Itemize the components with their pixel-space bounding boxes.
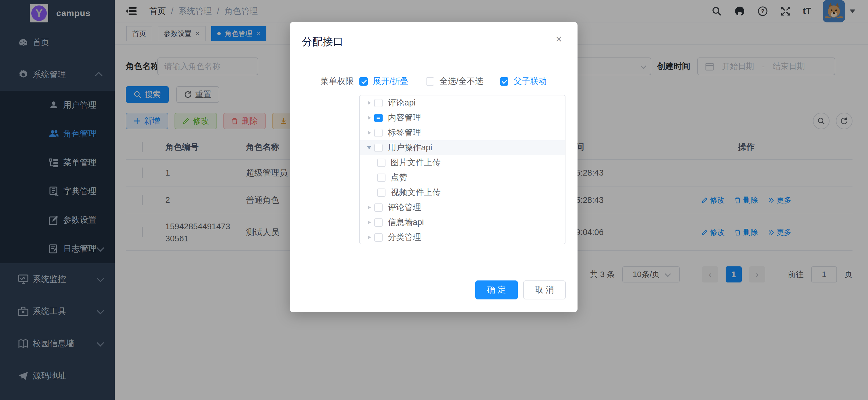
close-icon[interactable]: × [556,34,562,45]
tree-node[interactable]: 评论管理 [360,200,565,215]
api-permission-tree: 评论api 内容管理 标签管理 用户操作api 图片文件上传 [360,95,565,244]
tree-node[interactable]: 内容管理 [360,110,565,125]
menu-permission-label: 菜单权限 [320,76,353,87]
tree-checkbox[interactable] [377,189,385,197]
tree-node-child[interactable]: 点赞 [360,170,565,185]
tree-node[interactable]: 评论api [360,95,565,110]
caret-right-icon[interactable] [364,101,374,105]
dialog-title: 分配接口 [302,35,343,49]
tree-node[interactable]: 分类管理 [360,230,565,244]
tree-node[interactable]: 信息墙api [360,215,565,230]
parent-child-link-checkbox[interactable]: 父子联动 [500,76,547,87]
tree-checkbox[interactable] [377,159,385,167]
tree-checkbox[interactable] [374,219,383,227]
cancel-button[interactable]: 取 消 [523,281,566,299]
checkbox-checked-icon [500,77,508,86]
expand-collapse-checkbox[interactable]: 展开/折叠 [360,76,408,87]
tree-node-expanded[interactable]: 用户操作api [360,140,565,155]
select-all-none-checkbox[interactable]: 全选/全不选 [426,76,484,87]
checkbox-checked-icon [360,77,368,86]
tree-node-child[interactable]: 图片文件上传 [360,155,565,170]
checkbox-icon [426,77,434,86]
tree-checkbox[interactable] [374,144,383,152]
tree-checkbox[interactable] [374,233,383,242]
tree-checkbox[interactable] [374,99,383,107]
app: Y campus 首页 系统管理 用户管理 [0,0,868,400]
tree-checkbox-indeterminate[interactable] [374,114,383,122]
caret-right-icon[interactable] [364,235,374,239]
tree-checkbox[interactable] [374,129,383,137]
caret-down-icon[interactable] [364,146,374,149]
menu-permission-row: 菜单权限 展开/折叠 全选/全不选 父子联动 [290,76,578,87]
confirm-button[interactable]: 确 定 [475,281,518,299]
assign-api-dialog: 分配接口 × 菜单权限 展开/折叠 全选/全不选 父子联动 评论api [290,22,578,312]
caret-right-icon[interactable] [364,116,374,120]
tree-node[interactable]: 标签管理 [360,125,565,140]
tree-checkbox[interactable] [377,174,385,182]
tree-node-child[interactable]: 视频文件上传 [360,185,565,200]
caret-right-icon[interactable] [364,220,374,224]
tree-checkbox[interactable] [374,203,383,212]
caret-right-icon[interactable] [364,205,374,209]
caret-right-icon[interactable] [364,131,374,135]
